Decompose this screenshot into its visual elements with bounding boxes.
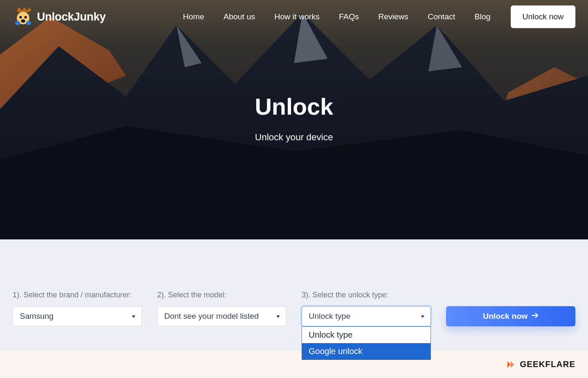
nav-link-reviews[interactable]: Reviews	[378, 12, 408, 21]
hero-content: Unlock Unlock your device	[0, 29, 588, 239]
brand-label: 1). Select the brand / manufacturer:	[13, 291, 142, 299]
logo-icon	[13, 6, 34, 27]
footer-brand-text: GEEKFLARE	[520, 360, 575, 369]
logo-text: UnlockJunky	[37, 10, 106, 24]
unlock-type-label: 3). Select the unlock type:	[302, 291, 431, 299]
model-label: 2). Select the model:	[157, 291, 286, 299]
logo[interactable]: UnlockJunky	[13, 6, 106, 27]
hero-section: UnlockJunky Home About us How it works F…	[0, 0, 588, 239]
nav-link-contact[interactable]: Contact	[428, 12, 455, 21]
footer-bar: GEEKFLARE	[0, 351, 588, 378]
unlock-now-button[interactable]: Unlock now	[446, 306, 575, 326]
nav-links: Home About us How it works FAQs Reviews …	[183, 5, 575, 28]
nav-link-home[interactable]: Home	[183, 12, 205, 21]
brand-select-group: 1). Select the brand / manufacturer: Sam…	[13, 291, 142, 326]
dropdown-option-google-unlock[interactable]: Google unlock	[302, 343, 430, 360]
svg-point-6	[26, 21, 31, 25]
footer-brand[interactable]: GEEKFLARE	[505, 359, 575, 370]
brand-select-value: Samsung	[20, 312, 53, 321]
svg-point-5	[15, 21, 20, 25]
model-select-value: Dont see your model listed	[164, 312, 259, 321]
unlock-form: 1). Select the brand / manufacturer: Sam…	[0, 239, 588, 326]
geekflare-icon	[505, 359, 517, 370]
svg-point-4	[21, 19, 25, 23]
nav-link-faqs[interactable]: FAQs	[339, 12, 359, 21]
unlock-type-dropdown: Unlock type Google unlock	[302, 326, 431, 360]
unlock-type-select-group: 3). Select the unlock type: Unlock type …	[302, 291, 431, 326]
hero-title: Unlock	[255, 93, 333, 120]
unlock-type-select-value: Unlock type	[309, 312, 350, 321]
nav-link-blog[interactable]: Blog	[475, 12, 491, 21]
arrow-right-icon	[532, 312, 538, 320]
chevron-down-icon: ▾	[276, 313, 280, 319]
svg-point-3	[24, 16, 27, 18]
nav-cta-button[interactable]: Unlock now	[511, 5, 575, 28]
chevron-down-icon: ▾	[421, 313, 424, 319]
svg-point-2	[19, 16, 22, 18]
nav-link-about[interactable]: About us	[223, 12, 255, 21]
model-select-group: 2). Select the model: Dont see your mode…	[157, 291, 286, 326]
top-nav: UnlockJunky Home About us How it works F…	[0, 0, 588, 29]
dropdown-option-placeholder[interactable]: Unlock type	[302, 327, 430, 343]
nav-link-howitworks[interactable]: How it works	[274, 12, 320, 21]
unlock-now-label: Unlock now	[483, 312, 528, 321]
hero-subtitle: Unlock your device	[255, 132, 333, 143]
unlock-type-select[interactable]: Unlock type ▾	[302, 306, 431, 326]
brand-select[interactable]: Samsung ▾	[13, 306, 142, 326]
model-select[interactable]: Dont see your model listed ▾	[157, 306, 286, 326]
chevron-down-icon: ▾	[132, 313, 135, 319]
